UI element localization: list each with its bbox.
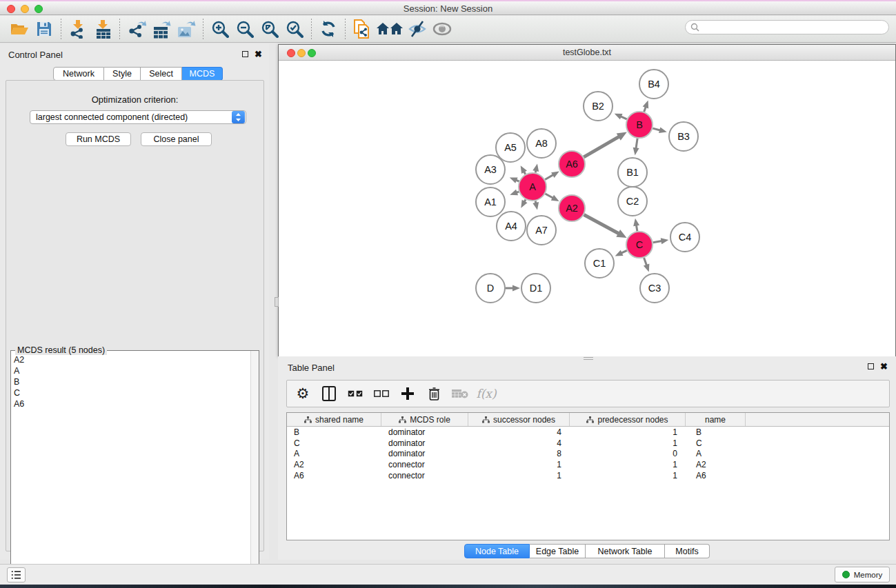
- table-cell[interactable]: dominator: [381, 449, 468, 460]
- table-cell[interactable]: A: [686, 449, 746, 460]
- refresh-button[interactable]: [317, 18, 340, 40]
- table-cell[interactable]: 1: [468, 459, 570, 470]
- tab-node-table[interactable]: Node Table: [464, 544, 530, 558]
- column-header-successor-nodes[interactable]: successor nodes: [468, 413, 570, 426]
- column-layout-button[interactable]: [319, 383, 339, 404]
- result-scrollbar[interactable]: [250, 351, 259, 578]
- table-cell[interactable]: 4: [468, 438, 570, 449]
- column-header-shared-name[interactable]: shared name: [287, 413, 381, 426]
- import-table-button[interactable]: [91, 18, 115, 40]
- zoom-selected-button[interactable]: [283, 18, 306, 40]
- delete-table-icon: [452, 389, 468, 398]
- table-cell[interactable]: dominator: [381, 438, 468, 449]
- show-graphics-details-button[interactable]: [430, 18, 454, 40]
- mcds-result-item[interactable]: A: [14, 365, 24, 376]
- close-panel-button[interactable]: Close panel: [141, 132, 212, 146]
- mcds-result-item[interactable]: C: [14, 387, 24, 398]
- table-cell[interactable]: A6: [287, 470, 381, 481]
- import-network-button[interactable]: [66, 18, 90, 40]
- table-cell[interactable]: 1: [468, 470, 570, 481]
- table-cell[interactable]: connector: [381, 470, 468, 481]
- column-header-MCDS-role[interactable]: MCDS role: [381, 413, 468, 426]
- task-history-button[interactable]: [7, 567, 26, 582]
- table-cell[interactable]: C: [686, 438, 746, 449]
- memory-button[interactable]: Memory: [835, 567, 890, 582]
- tab-select[interactable]: Select: [141, 67, 182, 81]
- table-row-C[interactable]: Cdominator41C: [287, 438, 889, 449]
- table-cell[interactable]: 1: [570, 470, 686, 481]
- column-header-predecessor-nodes[interactable]: predecessor nodes: [570, 413, 686, 426]
- function-builder-button[interactable]: f(x): [476, 383, 497, 404]
- save-session-button[interactable]: [32, 18, 56, 40]
- table-cell[interactable]: 1: [570, 438, 686, 449]
- close-panel-icon[interactable]: ✖: [255, 51, 262, 57]
- tab-style[interactable]: Style: [104, 67, 141, 81]
- zoom-fit-button[interactable]: [258, 18, 281, 40]
- float-table-panel-icon[interactable]: [868, 363, 874, 369]
- table-cell[interactable]: A2: [686, 459, 746, 470]
- node-table[interactable]: shared nameMCDS rolesuccessor nodesprede…: [286, 412, 890, 540]
- toolbar-separator: [311, 19, 312, 39]
- table-cell[interactable]: 8: [468, 449, 570, 460]
- table-settings-button[interactable]: ⚙: [292, 383, 313, 404]
- hide-graphics-details-button[interactable]: [406, 18, 429, 40]
- tab-edge-table[interactable]: Edge Table: [530, 544, 586, 558]
- toolbar-separator: [61, 19, 61, 39]
- add-column-button[interactable]: [397, 383, 418, 404]
- zoom-out-button[interactable]: [233, 18, 257, 40]
- table-cell[interactable]: C: [287, 438, 381, 449]
- panel-divider-grip[interactable]: [275, 297, 279, 307]
- export-image-button[interactable]: [175, 18, 198, 40]
- table-cell[interactable]: 0: [570, 449, 686, 460]
- edge-arrowhead: [510, 190, 518, 195]
- deselect-all-columns-button[interactable]: [371, 383, 392, 404]
- table-cell[interactable]: A: [287, 449, 381, 460]
- select-all-columns-button[interactable]: [345, 383, 366, 404]
- run-mcds-button[interactable]: Run MCDS: [66, 132, 131, 146]
- tab-network[interactable]: Network: [53, 67, 104, 81]
- table-cell[interactable]: [746, 438, 889, 449]
- first-neighbors-button[interactable]: [375, 18, 404, 40]
- edge-A2-C[interactable]: [584, 215, 621, 235]
- table-row-A[interactable]: Adominator80A: [287, 449, 889, 460]
- export-table-button[interactable]: [150, 18, 173, 40]
- table-cell[interactable]: connector: [381, 459, 468, 470]
- table-cell[interactable]: [746, 449, 889, 460]
- table-row-A6[interactable]: A6connector11A6: [287, 470, 889, 481]
- tab-network-table[interactable]: Network Table: [586, 544, 665, 558]
- mcds-result-item[interactable]: B: [14, 376, 24, 387]
- table-cell[interactable]: A6: [686, 470, 746, 481]
- delete-column-button[interactable]: [424, 383, 444, 404]
- search-input[interactable]: [703, 23, 888, 32]
- table-row-B[interactable]: Bdominator41B: [287, 427, 889, 438]
- table-cell[interactable]: [746, 470, 889, 481]
- table-cell[interactable]: dominator: [381, 427, 468, 438]
- export-network-button[interactable]: [125, 18, 148, 40]
- column-header-name[interactable]: name: [686, 413, 746, 426]
- table-row-A2[interactable]: A2connector11A2: [287, 459, 889, 470]
- table-cell[interactable]: [746, 459, 889, 470]
- table-cell[interactable]: A2: [287, 459, 381, 470]
- criterion-dropdown[interactable]: largest connected component (directed): [30, 110, 246, 124]
- network-window-titlebar[interactable]: testGlobe.txt: [279, 45, 895, 61]
- table-cell[interactable]: 4: [468, 427, 570, 438]
- table-panel-divider-grip[interactable]: [584, 357, 593, 360]
- network-from-selection-button[interactable]: [350, 18, 374, 40]
- edge-A6-B[interactable]: [584, 136, 620, 157]
- mcds-result-item[interactable]: A6: [14, 398, 24, 409]
- tab-motifs[interactable]: Motifs: [665, 544, 710, 558]
- delete-table-button[interactable]: [450, 383, 470, 404]
- close-table-panel-icon[interactable]: ✖: [880, 363, 888, 369]
- toolbar-search-field[interactable]: [685, 20, 889, 34]
- table-cell[interactable]: [746, 427, 889, 438]
- zoom-in-button[interactable]: [208, 18, 232, 40]
- network-canvas[interactable]: B4B2BB3A5A8A6A3B1AA1C2A2A4A7CC4C1C3DD1: [279, 61, 895, 356]
- mcds-result-item[interactable]: A2: [14, 354, 24, 365]
- table-cell[interactable]: B: [287, 427, 381, 438]
- table-cell[interactable]: 1: [570, 427, 686, 438]
- open-file-button[interactable]: [8, 18, 31, 40]
- tab-mcds[interactable]: MCDS: [182, 67, 223, 81]
- float-panel-icon[interactable]: [242, 51, 248, 57]
- table-cell[interactable]: 1: [570, 459, 686, 470]
- table-cell[interactable]: B: [686, 427, 746, 438]
